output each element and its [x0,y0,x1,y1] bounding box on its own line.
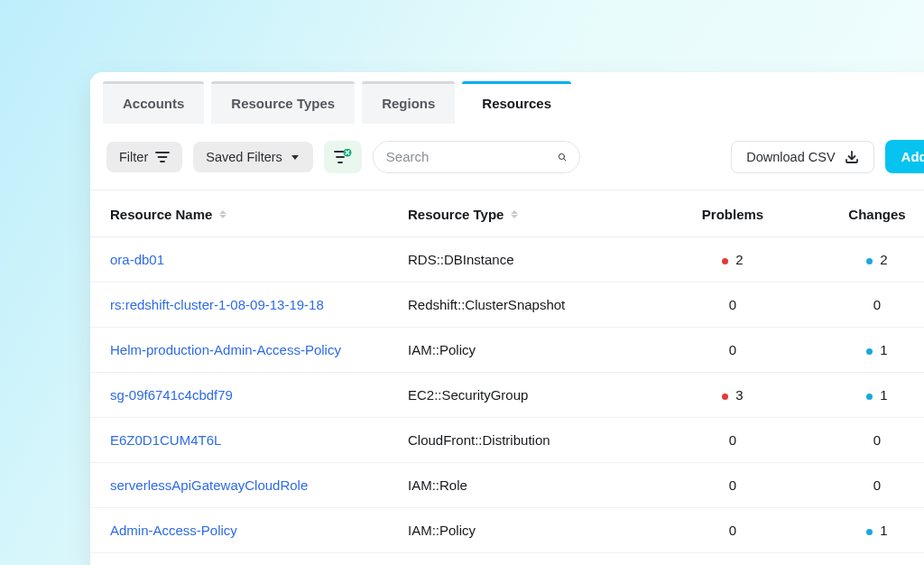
table-row: Helm-production-Admin-Access-PolicyIAM::… [90,328,924,373]
sort-icon [511,210,518,218]
saved-filters-button[interactable]: Saved Filters [193,142,313,172]
resource-name-link[interactable]: E6Z0D1CUM4T6L [110,432,408,448]
changes-cell: 1 [805,523,924,538]
tab-regions[interactable]: Regions [362,81,455,124]
resource-type-cell: IAM::Policy [408,523,661,538]
resource-name-link[interactable]: Helm-production-Admin-Access-Policy [110,342,408,357]
add-account-label: Add Acco [901,149,924,164]
resource-type-cell: Redshift::ClusterSnapshot [408,297,661,312]
resource-type-cell: IAM::Role [408,477,661,493]
table-row: rs:redshift-cluster-1-08-09-13-19-18Reds… [90,282,924,328]
col-problems-label: Problems [702,207,763,222]
table-row: serverlessApiGatewayCloudRoleIAM::Role00 [90,463,924,508]
problem-dot-icon [722,394,728,400]
problems-cell: 0 [661,477,805,493]
resource-type-cell: EC2::SecurityGroup [408,387,661,403]
filter-badge-icon [333,149,353,165]
problem-dot-icon [722,258,728,264]
problems-value: 2 [735,252,743,267]
saved-filters-label: Saved Filters [206,150,282,164]
changes-cell: 0 [805,297,924,312]
download-icon [845,150,859,164]
table-body: ora-db01RDS::DBInstance22rs:redshift-clu… [90,237,924,553]
table-header: Resource Name Resource Type Problems Cha… [90,190,924,237]
col-problems[interactable]: Problems [661,207,805,222]
problems-cell: 0 [661,523,805,538]
filter-icon [155,151,170,163]
tab-resources[interactable]: Resources [462,81,571,124]
problems-value: 3 [735,387,743,403]
sort-icon [219,210,226,218]
changes-cell: 2 [805,252,924,267]
resource-name-link[interactable]: rs:redshift-cluster-1-08-09-13-19-18 [110,297,408,312]
search-icon [558,149,567,165]
changes-value: 0 [873,477,881,493]
col-changes-label: Changes [848,207,905,222]
resource-type-cell: IAM::Policy [408,342,661,357]
col-resource-type-label: Resource Type [408,207,504,222]
filter-label: Filter [119,150,148,164]
filter-button[interactable]: Filter [106,142,182,172]
table-row: ora-db01RDS::DBInstance22 [90,237,924,282]
changes-cell: 0 [805,432,924,448]
download-csv-button[interactable]: Download CSV [731,141,873,173]
col-changes[interactable]: Changes [805,207,924,222]
tab-resource-types[interactable]: Resource Types [211,81,355,124]
problems-value: 0 [729,297,736,312]
changes-cell: 1 [805,342,924,357]
problems-cell: 0 [661,432,805,448]
add-account-button[interactable]: Add Acco [885,140,924,173]
change-dot-icon [866,529,873,535]
resource-name-link[interactable]: sg-09f6741c4cbdf79 [110,387,408,403]
resource-name-link[interactable]: Admin-Access-Policy [110,523,408,538]
col-resource-name-label: Resource Name [110,207,212,222]
toolbar: Filter Saved Filters Download CSV Add Ac… [90,124,924,190]
problems-cell: 2 [661,252,805,267]
changes-value: 1 [880,387,887,403]
change-dot-icon [866,348,873,355]
change-dot-icon [866,258,873,264]
problems-cell: 0 [661,342,805,357]
resource-type-cell: RDS::DBInstance [408,252,661,267]
changes-value: 2 [880,252,887,267]
search-box[interactable] [373,141,580,173]
col-resource-name[interactable]: Resource Name [110,207,408,222]
resource-name-link[interactable]: serverlessApiGatewayCloudRole [110,477,408,493]
changes-value: 1 [880,523,887,538]
search-input[interactable] [386,149,558,164]
table-row: Admin-Access-PolicyIAM::Policy01 [90,508,924,553]
table-row: sg-09f6741c4cbdf79EC2::SecurityGroup31 [90,373,924,418]
changes-cell: 1 [805,387,924,403]
svg-line-11 [564,158,566,160]
problems-value: 0 [729,432,736,448]
table-row: E6Z0D1CUM4T6LCloudFront::Distribution00 [90,418,924,463]
changes-value: 1 [880,342,887,357]
svg-marker-3 [291,155,299,160]
quick-filter-button[interactable] [324,141,362,173]
col-resource-type[interactable]: Resource Type [408,207,661,222]
problems-value: 0 [729,477,736,493]
download-csv-label: Download CSV [746,150,835,164]
resource-type-cell: CloudFront::Distribution [408,432,661,448]
changes-value: 0 [873,297,881,312]
changes-value: 0 [873,432,881,448]
problems-value: 0 [729,523,736,538]
changes-cell: 0 [805,477,924,493]
problems-value: 0 [729,342,736,357]
problems-cell: 0 [661,297,805,312]
chevron-down-icon [290,152,300,162]
change-dot-icon [866,394,873,400]
tab-accounts[interactable]: Accounts [103,81,204,124]
main-panel: Accounts Resource Types Regions Resource… [90,72,924,565]
problems-cell: 3 [661,387,805,403]
tab-bar: Accounts Resource Types Regions Resource… [90,72,924,124]
resource-name-link[interactable]: ora-db01 [110,252,408,267]
